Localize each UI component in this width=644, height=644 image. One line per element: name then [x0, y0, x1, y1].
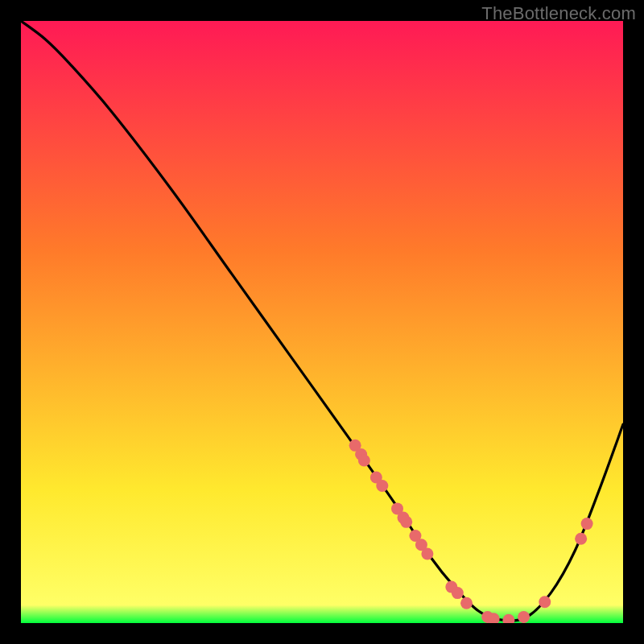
data-dot	[400, 516, 412, 528]
data-dot	[452, 587, 464, 599]
data-dot	[581, 518, 593, 530]
data-dot	[518, 611, 530, 623]
data-dot	[460, 597, 473, 609]
chart-frame	[21, 21, 623, 623]
data-dot	[539, 596, 551, 608]
data-dot	[421, 547, 433, 559]
data-dot	[575, 533, 587, 545]
data-dot	[376, 480, 388, 492]
bottleneck-chart	[21, 21, 623, 623]
data-dot	[358, 455, 370, 467]
watermark-text: TheBottleneck.com	[481, 3, 636, 24]
